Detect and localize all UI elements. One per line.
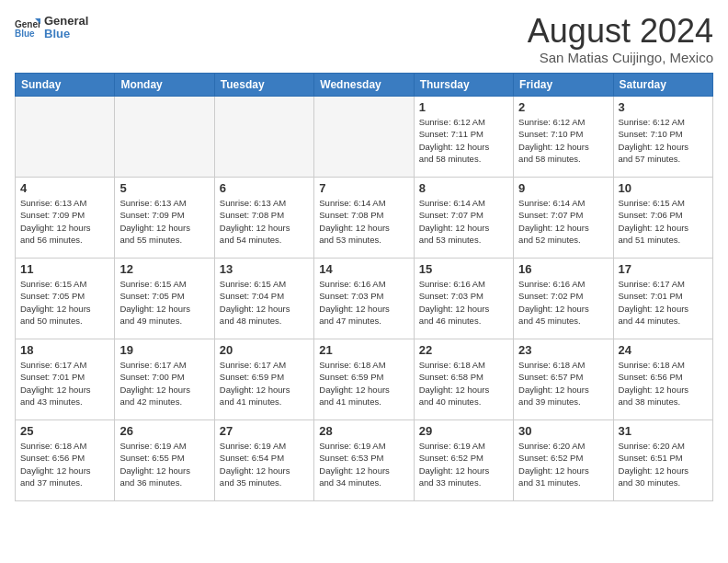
calendar-week-row: 4Sunrise: 6:13 AM Sunset: 7:09 PM Daylig… [16, 178, 713, 259]
calendar-cell: 29Sunrise: 6:19 AM Sunset: 6:52 PM Dayli… [414, 420, 513, 501]
title-area: August 2024 San Matias Cuijingo, Mexico [528, 15, 713, 65]
day-number: 28 [319, 424, 408, 438]
day-number: 5 [119, 181, 209, 195]
day-info: Sunrise: 6:17 AM Sunset: 7:01 PM Dayligh… [619, 278, 708, 327]
day-info: Sunrise: 6:18 AM Sunset: 6:59 PM Dayligh… [319, 359, 408, 408]
weekday-header-tuesday: Tuesday [214, 74, 313, 97]
calendar-week-row: 18Sunrise: 6:17 AM Sunset: 7:01 PM Dayli… [16, 339, 713, 420]
calendar-header-row: SundayMondayTuesdayWednesdayThursdayFrid… [16, 74, 713, 97]
day-info: Sunrise: 6:17 AM Sunset: 6:59 PM Dayligh… [220, 359, 309, 408]
day-info: Sunrise: 6:13 AM Sunset: 7:08 PM Dayligh… [220, 197, 309, 246]
calendar-cell [115, 97, 214, 178]
calendar-cell: 12Sunrise: 6:15 AM Sunset: 7:05 PM Dayli… [115, 259, 214, 339]
day-number: 2 [518, 100, 608, 114]
day-number: 31 [619, 424, 708, 438]
logo-general: General [44, 15, 88, 28]
calendar-cell [314, 97, 414, 178]
day-number: 13 [220, 262, 309, 276]
day-number: 7 [319, 181, 408, 195]
day-info: Sunrise: 6:19 AM Sunset: 6:52 PM Dayligh… [419, 440, 508, 488]
day-info: Sunrise: 6:18 AM Sunset: 6:58 PM Dayligh… [419, 359, 508, 408]
logo-icon: General Blue [15, 15, 40, 40]
location-title: San Matias Cuijingo, Mexico [528, 50, 713, 65]
logo-text: General Blue [44, 15, 88, 41]
day-number: 11 [20, 262, 109, 276]
calendar-cell: 10Sunrise: 6:15 AM Sunset: 7:06 PM Dayli… [613, 178, 712, 259]
calendar-cell: 1Sunrise: 6:12 AM Sunset: 7:11 PM Daylig… [414, 97, 513, 178]
calendar-cell: 7Sunrise: 6:14 AM Sunset: 7:08 PM Daylig… [314, 178, 414, 259]
svg-text:Blue: Blue [15, 29, 35, 39]
logo-blue: Blue [44, 28, 88, 40]
day-info: Sunrise: 6:17 AM Sunset: 7:01 PM Dayligh… [20, 359, 109, 408]
calendar-cell: 17Sunrise: 6:17 AM Sunset: 7:01 PM Dayli… [613, 259, 712, 339]
day-number: 8 [419, 181, 508, 195]
day-info: Sunrise: 6:18 AM Sunset: 6:56 PM Dayligh… [619, 359, 708, 408]
day-info: Sunrise: 6:14 AM Sunset: 7:07 PM Dayligh… [419, 197, 508, 246]
weekday-header-thursday: Thursday [414, 74, 513, 97]
day-info: Sunrise: 6:20 AM Sunset: 6:52 PM Dayligh… [518, 440, 608, 488]
day-number: 14 [319, 262, 408, 276]
calendar-cell: 15Sunrise: 6:16 AM Sunset: 7:03 PM Dayli… [414, 259, 513, 339]
calendar-cell: 13Sunrise: 6:15 AM Sunset: 7:04 PM Dayli… [214, 259, 313, 339]
calendar-cell: 3Sunrise: 6:12 AM Sunset: 7:10 PM Daylig… [613, 97, 712, 178]
month-title: August 2024 [528, 15, 713, 48]
day-number: 24 [619, 343, 708, 357]
day-info: Sunrise: 6:12 AM Sunset: 7:11 PM Dayligh… [419, 116, 508, 165]
day-number: 15 [419, 262, 508, 276]
day-number: 30 [518, 424, 608, 438]
day-info: Sunrise: 6:15 AM Sunset: 7:04 PM Dayligh… [220, 278, 309, 327]
day-number: 17 [619, 262, 708, 276]
day-number: 1 [419, 100, 508, 114]
day-number: 9 [518, 181, 608, 195]
day-number: 10 [619, 181, 708, 195]
calendar-cell: 16Sunrise: 6:16 AM Sunset: 7:02 PM Dayli… [514, 259, 613, 339]
day-number: 25 [20, 424, 109, 438]
calendar-cell: 26Sunrise: 6:19 AM Sunset: 6:55 PM Dayli… [115, 420, 214, 501]
day-number: 27 [220, 424, 309, 438]
day-info: Sunrise: 6:16 AM Sunset: 7:03 PM Dayligh… [319, 278, 408, 327]
calendar-cell [16, 97, 115, 178]
day-info: Sunrise: 6:12 AM Sunset: 7:10 PM Dayligh… [518, 116, 608, 165]
calendar-cell: 21Sunrise: 6:18 AM Sunset: 6:59 PM Dayli… [314, 339, 414, 420]
day-info: Sunrise: 6:13 AM Sunset: 7:09 PM Dayligh… [20, 197, 109, 246]
day-info: Sunrise: 6:16 AM Sunset: 7:03 PM Dayligh… [419, 278, 508, 327]
calendar-cell: 19Sunrise: 6:17 AM Sunset: 7:00 PM Dayli… [115, 339, 214, 420]
weekday-header-wednesday: Wednesday [314, 74, 414, 97]
day-info: Sunrise: 6:16 AM Sunset: 7:02 PM Dayligh… [518, 278, 608, 327]
day-info: Sunrise: 6:12 AM Sunset: 7:10 PM Dayligh… [619, 116, 708, 165]
calendar-cell: 8Sunrise: 6:14 AM Sunset: 7:07 PM Daylig… [414, 178, 513, 259]
weekday-header-sunday: Sunday [16, 74, 115, 97]
day-number: 19 [119, 343, 209, 357]
day-number: 16 [518, 262, 608, 276]
day-info: Sunrise: 6:15 AM Sunset: 7:05 PM Dayligh… [20, 278, 109, 327]
calendar-cell: 22Sunrise: 6:18 AM Sunset: 6:58 PM Dayli… [414, 339, 513, 420]
calendar-cell: 18Sunrise: 6:17 AM Sunset: 7:01 PM Dayli… [16, 339, 115, 420]
page-header: General Blue General Blue August 2024 Sa… [15, 15, 713, 65]
weekday-header-monday: Monday [115, 74, 214, 97]
calendar-cell: 5Sunrise: 6:13 AM Sunset: 7:09 PM Daylig… [115, 178, 214, 259]
day-info: Sunrise: 6:19 AM Sunset: 6:53 PM Dayligh… [319, 440, 408, 488]
day-number: 29 [419, 424, 508, 438]
logo: General Blue General Blue [15, 15, 88, 41]
day-number: 22 [419, 343, 508, 357]
calendar-cell: 20Sunrise: 6:17 AM Sunset: 6:59 PM Dayli… [214, 339, 313, 420]
calendar-cell: 23Sunrise: 6:18 AM Sunset: 6:57 PM Dayli… [514, 339, 613, 420]
calendar-cell: 11Sunrise: 6:15 AM Sunset: 7:05 PM Dayli… [16, 259, 115, 339]
calendar-cell: 9Sunrise: 6:14 AM Sunset: 7:07 PM Daylig… [514, 178, 613, 259]
day-number: 6 [220, 181, 309, 195]
calendar-week-row: 25Sunrise: 6:18 AM Sunset: 6:56 PM Dayli… [16, 420, 713, 501]
day-info: Sunrise: 6:19 AM Sunset: 6:54 PM Dayligh… [220, 440, 309, 488]
calendar-cell [214, 97, 313, 178]
day-number: 3 [619, 100, 708, 114]
calendar-cell: 14Sunrise: 6:16 AM Sunset: 7:03 PM Dayli… [314, 259, 414, 339]
calendar-cell: 25Sunrise: 6:18 AM Sunset: 6:56 PM Dayli… [16, 420, 115, 501]
day-info: Sunrise: 6:14 AM Sunset: 7:08 PM Dayligh… [319, 197, 408, 246]
day-info: Sunrise: 6:19 AM Sunset: 6:55 PM Dayligh… [119, 440, 209, 488]
weekday-header-friday: Friday [514, 74, 613, 97]
calendar-week-row: 11Sunrise: 6:15 AM Sunset: 7:05 PM Dayli… [16, 259, 713, 339]
calendar-cell: 27Sunrise: 6:19 AM Sunset: 6:54 PM Dayli… [214, 420, 313, 501]
calendar-cell: 6Sunrise: 6:13 AM Sunset: 7:08 PM Daylig… [214, 178, 313, 259]
day-number: 26 [119, 424, 209, 438]
calendar-table: SundayMondayTuesdayWednesdayThursdayFrid… [15, 73, 713, 501]
calendar-cell: 30Sunrise: 6:20 AM Sunset: 6:52 PM Dayli… [514, 420, 613, 501]
